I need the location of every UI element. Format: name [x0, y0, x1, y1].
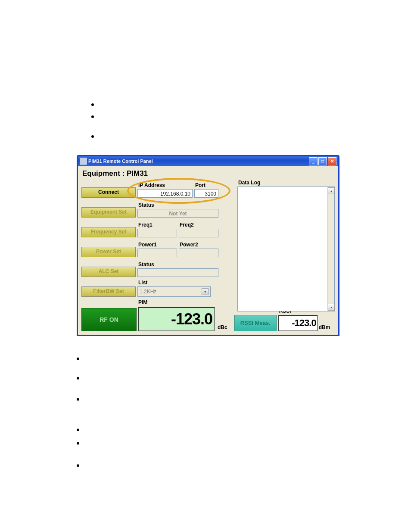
- freq2-label: Freq2: [180, 222, 218, 228]
- power2-label: Power2: [180, 242, 218, 248]
- alc-status-label: Status: [138, 261, 218, 268]
- titlebar[interactable]: PIM31 Remote Control Panel _ □ ✕: [78, 156, 338, 166]
- port-label: Port: [195, 182, 218, 188]
- freq2-input[interactable]: [179, 229, 218, 237]
- app-icon: [80, 158, 87, 165]
- rssi-meas-button[interactable]: RSSI Meas.: [234, 315, 277, 331]
- pim-unit: dBc: [218, 324, 227, 330]
- close-button[interactable]: ✕: [328, 157, 336, 165]
- app-window: PIM31 Remote Control Panel _ □ ✕ Equipme…: [77, 155, 339, 336]
- data-log-label: Data Log: [238, 180, 334, 186]
- filterbw-select-value: 1.2KHz: [140, 289, 156, 295]
- power-set-button[interactable]: Power Set: [81, 247, 136, 257]
- alc-status-value: [137, 268, 218, 277]
- status-label: Status: [138, 202, 218, 208]
- ip-address-label: IP Address: [138, 182, 193, 188]
- connect-button[interactable]: Connect: [81, 187, 136, 198]
- frequency-set-button[interactable]: Frequency Set: [81, 227, 136, 237]
- scroll-up-icon[interactable]: ▴: [328, 187, 335, 194]
- freq1-input[interactable]: [137, 229, 177, 237]
- window-title: PIM31 Remote Control Panel: [88, 159, 308, 164]
- rssi-display: -123.0: [278, 315, 318, 331]
- maximize-button[interactable]: □: [318, 157, 327, 165]
- alc-set-button[interactable]: ALC Set: [81, 267, 136, 277]
- ip-address-input[interactable]: 192.168.0.10: [137, 189, 193, 198]
- data-log-box[interactable]: ▴ ▾: [237, 187, 335, 311]
- pim-value: -123.0: [171, 310, 212, 328]
- rssi-value: -123.0: [292, 317, 316, 329]
- chevron-down-icon: ▾: [202, 288, 209, 295]
- list-label: List: [138, 280, 211, 286]
- equipment-title: Equipment : PIM31: [82, 169, 335, 178]
- rf-on-button[interactable]: RF ON: [81, 308, 137, 331]
- status-value: Not Yet: [137, 209, 218, 218]
- power2-input[interactable]: [179, 249, 218, 257]
- equipment-set-button[interactable]: Equipment Set: [81, 207, 136, 218]
- rssi-unit: dBm: [319, 324, 330, 330]
- scroll-down-icon[interactable]: ▾: [328, 304, 335, 311]
- filterbw-select[interactable]: 1.2KHz ▾: [137, 286, 211, 297]
- minimize-button[interactable]: _: [309, 157, 318, 165]
- filterbw-set-button[interactable]: FilterBW Set: [81, 286, 136, 297]
- freq1-label: Freq1: [138, 222, 177, 228]
- power1-label: Power1: [138, 242, 177, 248]
- power1-input[interactable]: [137, 249, 177, 257]
- port-input[interactable]: 3100: [194, 189, 218, 198]
- scrollbar[interactable]: ▴ ▾: [327, 187, 334, 311]
- pim-display: -123.0: [138, 307, 215, 331]
